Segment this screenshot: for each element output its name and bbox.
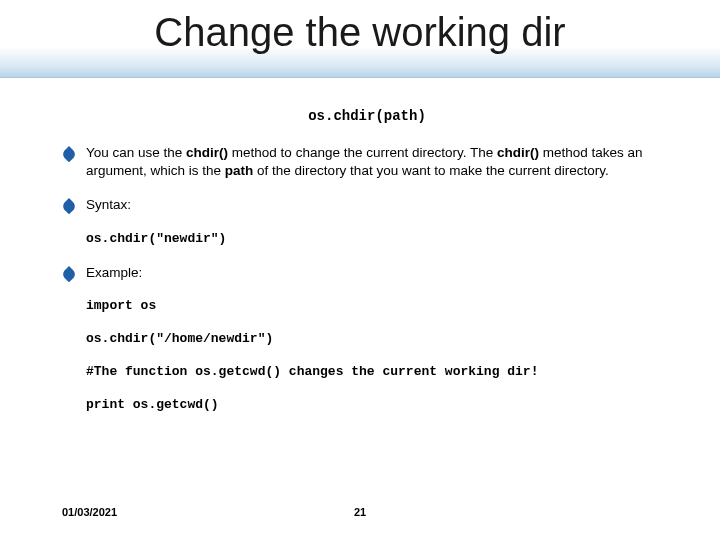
bullet-item: You can use the chdir() method to change… <box>62 144 672 180</box>
slide-content: os.chdir(path) You can use the chdir() m… <box>62 108 672 430</box>
footer-page-number: 21 <box>0 506 720 518</box>
diamond-bullet-icon <box>62 198 76 214</box>
bullet-item: Syntax: <box>62 196 672 214</box>
code-example-line: import os <box>86 298 672 313</box>
slide-title: Change the working dir <box>0 10 720 55</box>
bullet-text: Example: <box>86 264 672 282</box>
bullet-item: Example: <box>62 264 672 282</box>
code-example-line: #The function os.getcwd() changes the cu… <box>86 364 672 379</box>
diamond-bullet-icon <box>62 266 76 282</box>
code-example-line: os.chdir("/home/newdir") <box>86 331 672 346</box>
bullet-text: You can use the chdir() method to change… <box>86 144 672 180</box>
method-signature: os.chdir(path) <box>62 108 672 124</box>
bullet-text: Syntax: <box>86 196 672 214</box>
code-syntax: os.chdir("newdir") <box>86 231 672 246</box>
code-example-line: print os.getcwd() <box>86 397 672 412</box>
diamond-bullet-icon <box>62 146 76 162</box>
